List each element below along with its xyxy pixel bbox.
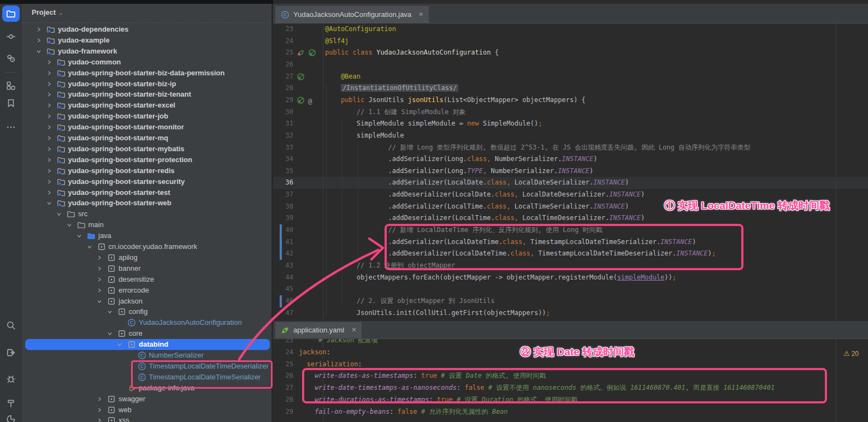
chevron-down-icon[interactable] xyxy=(107,309,113,314)
code-line-34[interactable]: .addSerializer(Long.class, NumberSeriali… xyxy=(388,153,598,165)
chevron-right-icon[interactable] xyxy=(97,255,102,260)
tree-item-apilog[interactable]: apilog xyxy=(22,252,271,263)
tree-item-yudao-spring-boot-starter-excel[interactable]: yudao-spring-boot-starter-excel xyxy=(22,100,271,111)
chevron-right-icon[interactable] xyxy=(97,407,102,413)
tree-item-databind[interactable]: databind xyxy=(22,339,271,350)
line-number[interactable]: 29 xyxy=(273,406,293,418)
chevron-right-icon[interactable] xyxy=(46,157,52,163)
tree-item-timestamplocaldatetimeserializer[interactable]: CTimestampLocalDateTimeSerializer xyxy=(22,372,271,383)
chevron-right-icon[interactable] xyxy=(97,418,102,422)
code-line-36[interactable]: .addSerializer(LocalDate.class, LocalDat… xyxy=(388,177,629,189)
line-number[interactable]: 32 xyxy=(273,130,293,142)
chevron-right-icon[interactable] xyxy=(46,179,52,185)
close-icon[interactable]: ✕ xyxy=(351,326,356,334)
code-line-38[interactable]: .addSerializer(LocalTime.class, LocalTim… xyxy=(388,201,629,213)
tree-item-yudao-dependencies[interactable]: yudao-dependencies xyxy=(22,24,271,35)
chevron-right-icon[interactable] xyxy=(97,396,102,402)
line-number[interactable]: 46 xyxy=(273,295,293,307)
line-number[interactable]: 40 xyxy=(273,224,293,236)
chevron-right-icon[interactable] xyxy=(46,190,52,195)
line-number[interactable]: 34 xyxy=(273,153,293,165)
chevron-down-icon[interactable] xyxy=(46,200,52,206)
line-number[interactable]: 35 xyxy=(273,165,293,177)
code-line-27[interactable]: @Bean xyxy=(341,71,361,83)
yaml-line-24[interactable]: jackson: xyxy=(299,347,330,359)
chevron-right-icon[interactable] xyxy=(97,288,102,293)
code-line-42[interactable]: .addDeserializer(LocalDateTime.class, Ti… xyxy=(388,248,716,260)
activity-bar-structure-button[interactable] xyxy=(2,78,20,94)
activity-bar-problems-button[interactable] xyxy=(2,371,20,387)
tree-item-yudao-spring-boot-starter-mybatis[interactable]: yudao-spring-boot-starter-mybatis xyxy=(22,144,271,154)
yaml-line-26[interactable]: write-dates-as-timestamps: true # 设置 Dat… xyxy=(315,370,546,382)
line-number[interactable]: 24 xyxy=(273,347,293,359)
tree-item-yudao-common[interactable]: yudao-common xyxy=(22,57,271,68)
annotation-gutter-icon[interactable]: @ xyxy=(308,96,316,104)
tree-item-yudao-spring-boot-starter-security[interactable]: yudao-spring-boot-starter-security xyxy=(22,176,271,187)
line-number[interactable]: 26 xyxy=(273,370,293,382)
activity-bar-bookmarks-button[interactable] xyxy=(2,95,20,111)
tree-item-java[interactable]: java xyxy=(22,230,271,241)
code-line-40[interactable]: // 新增 LocalDateTime 序列化、反序列化规则, 使用 Long … xyxy=(388,224,603,236)
chevron-right-icon[interactable] xyxy=(46,135,52,141)
yaml-line-25[interactable]: serialization: xyxy=(306,359,362,371)
line-number[interactable]: 26 xyxy=(273,59,293,71)
tree-item-yudao-spring-boot-starter-monitor[interactable]: yudao-spring-boot-starter-monitor xyxy=(22,122,271,133)
chevron-down-icon[interactable] xyxy=(76,233,82,239)
tree-item-errorcode[interactable]: errorcode xyxy=(22,285,271,296)
chevron-down-icon[interactable] xyxy=(87,244,92,249)
tree-item-package-info-java[interactable]: package-info.java xyxy=(22,383,271,394)
line-number[interactable]: 31 xyxy=(273,118,293,130)
code-line-24[interactable]: @Slf4j xyxy=(325,35,349,47)
line-number[interactable]: 28 xyxy=(273,82,293,94)
chevron-down-icon[interactable] xyxy=(56,211,62,217)
tree-item-yudao-spring-boot-starter-mq[interactable]: yudao-spring-boot-starter-mq xyxy=(22,133,271,144)
tree-item-yudao-spring-boot-starter-biz-tenant[interactable]: yudao-spring-boot-starter-biz-tenant xyxy=(22,89,271,100)
code-line-39[interactable]: .addDeserializer(LocalTime.class, LocalT… xyxy=(388,212,645,224)
tree-item-yudao-framework[interactable]: yudao-framework xyxy=(22,46,271,57)
chevron-right-icon[interactable] xyxy=(46,103,52,108)
code-line-31[interactable]: SimpleModule simpleModule = new SimpleMo… xyxy=(357,118,542,130)
code-line-47[interactable]: JsonUtils.init(CollUtil.getFirst(objectM… xyxy=(357,307,550,319)
line-number[interactable]: 41 xyxy=(273,236,293,248)
chevron-right-icon[interactable] xyxy=(46,124,52,130)
line-number[interactable]: 25 xyxy=(273,359,293,371)
activity-bar-profiler-button[interactable] xyxy=(2,411,20,422)
line-number[interactable]: 24 xyxy=(273,35,293,47)
chevron-right-icon[interactable] xyxy=(46,92,52,97)
line-number[interactable]: 25 xyxy=(273,47,293,59)
tree-item-web[interactable]: web xyxy=(22,405,271,415)
inspection-warning-widget[interactable]: ⚠ 20 xyxy=(843,349,859,358)
tree-item-core[interactable]: core xyxy=(22,328,271,339)
tree-item-banner[interactable]: banner xyxy=(22,263,271,274)
spring-bean-icon[interactable] xyxy=(308,49,316,57)
code-line-43[interactable]: // 1.2 注册到 objectMapper xyxy=(357,260,456,272)
chevron-right-icon[interactable] xyxy=(46,114,52,119)
line-number[interactable]: 47 xyxy=(273,307,293,319)
activity-bar-project-button[interactable] xyxy=(2,5,20,22)
activity-bar-more-tools-button[interactable] xyxy=(2,119,20,135)
code-line-35[interactable]: .addSerializer(Long.TYPE, NumberSerializ… xyxy=(388,165,594,177)
spring-boot-icon[interactable] xyxy=(297,49,305,57)
line-number[interactable]: 23 xyxy=(273,23,293,35)
code-line-25[interactable]: public class YudaoJacksonAutoConfigurati… xyxy=(325,47,499,59)
tree-item-desensitize[interactable]: desensitize xyxy=(22,274,271,285)
line-number[interactable]: 33 xyxy=(273,142,293,154)
chevron-right-icon[interactable] xyxy=(46,146,52,152)
tree-item-src[interactable]: src xyxy=(22,209,271,219)
chevron-right-icon[interactable] xyxy=(46,81,52,87)
code-line-46[interactable]: // 2. 设置 objectMapper 到 JsonUtils xyxy=(357,295,495,307)
tree-item-jackson[interactable]: jackson xyxy=(22,296,271,307)
code-line-23[interactable]: @AutoConfiguration xyxy=(325,23,396,35)
tree-item-yudao-spring-boot-starter-redis[interactable]: yudao-spring-boot-starter-redis xyxy=(22,165,271,176)
tree-item-yudao-spring-boot-starter-protection[interactable]: yudao-spring-boot-starter-protection xyxy=(22,154,271,165)
code-line-37[interactable]: .addDeserializer(LocalDate.class, LocalD… xyxy=(388,189,645,201)
line-number[interactable]: 27 xyxy=(273,382,293,394)
code-line-44[interactable]: objectMappers.forEach(objectMapper -> ob… xyxy=(357,272,676,284)
code-line-29[interactable]: public JsonUtils jsonUtils(List<ObjectMa… xyxy=(341,94,586,106)
chevron-right-icon[interactable] xyxy=(97,277,102,282)
chevron-down-icon[interactable] xyxy=(107,331,113,336)
line-number[interactable]: 30 xyxy=(273,106,293,118)
chevron-right-icon[interactable] xyxy=(36,27,42,32)
chevron-down-icon[interactable] xyxy=(117,342,122,347)
code-line-30[interactable]: // 1.1 创建 SimpleModule 对象 xyxy=(357,106,466,118)
